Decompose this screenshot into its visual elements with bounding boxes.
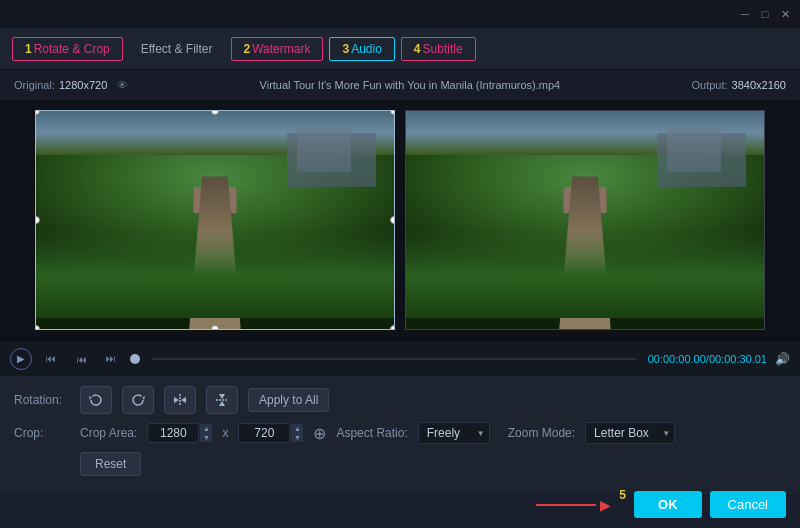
- tab-effect-filter-label: Effect & Filter: [141, 42, 213, 56]
- tree-row: [36, 231, 394, 318]
- width-input-group: ▲ ▼: [147, 423, 212, 443]
- output-resolution: 3840x2160: [732, 79, 786, 91]
- progress-scrubber[interactable]: [130, 354, 140, 364]
- original-resolution: 1280x720: [59, 79, 107, 91]
- crop-label: Crop:: [14, 426, 70, 440]
- progress-line: [152, 358, 636, 360]
- aspect-ratio-label: Aspect Ratio:: [336, 426, 407, 440]
- arrow-line: [536, 504, 596, 506]
- close-button[interactable]: ✕: [778, 7, 792, 21]
- flip-vertical-button[interactable]: [206, 386, 238, 414]
- tab-num-4: 4: [414, 42, 421, 56]
- left-preview: [35, 110, 395, 330]
- crop-handle-tr[interactable]: [390, 110, 395, 115]
- height-input[interactable]: [238, 423, 290, 443]
- zoom-mode-wrapper: Letter Box Pan & Scan Full: [585, 422, 675, 444]
- tree-row-2: [406, 231, 764, 318]
- buildings-center-2: [667, 128, 721, 172]
- skip-back-button[interactable]: ⏭: [70, 348, 92, 370]
- prev-frame-button[interactable]: ⏮: [40, 348, 62, 370]
- tab-num-1: 1: [25, 42, 32, 56]
- apply-all-button[interactable]: Apply to All: [248, 388, 329, 412]
- tab-num-3: 3: [342, 42, 349, 56]
- aspect-ratio-wrapper: Freely 16:9 4:3 1:1 Custom: [418, 422, 490, 444]
- eye-icon[interactable]: 👁: [117, 79, 128, 91]
- tab-effect-filter[interactable]: Effect & Filter: [129, 38, 225, 60]
- volume-icon[interactable]: 🔊: [775, 352, 790, 366]
- tab-watermark[interactable]: 2 Watermark: [231, 37, 324, 61]
- tab-rotate-crop-label: Rotate & Crop: [34, 42, 110, 56]
- preview-area: [0, 100, 800, 340]
- tab-num-2: 2: [244, 42, 251, 56]
- rotation-label: Rotation:: [14, 393, 70, 407]
- play-button[interactable]: ▶: [10, 348, 32, 370]
- crop-move-icon[interactable]: ⊕: [313, 424, 326, 443]
- tab-subtitle-label: Subtitle: [423, 42, 463, 56]
- minimize-button[interactable]: ─: [738, 7, 752, 21]
- arrow-indicator: ▶: [536, 497, 611, 513]
- crop-area-label: Crop Area:: [80, 426, 137, 440]
- tab-watermark-label: Watermark: [252, 42, 310, 56]
- width-up-arrow[interactable]: ▲: [200, 424, 212, 433]
- maximize-button[interactable]: □: [758, 7, 772, 21]
- crop-handle-br[interactable]: [390, 325, 395, 330]
- left-video-frame: [36, 111, 394, 329]
- zoom-mode-select[interactable]: Letter Box Pan & Scan Full: [585, 422, 675, 444]
- tab-rotate-crop[interactable]: 1 Rotate & Crop: [12, 37, 123, 61]
- tab-subtitle[interactable]: 4 Subtitle: [401, 37, 476, 61]
- info-bar: Original: 1280x720 👁 Virtual Tour It's M…: [0, 70, 800, 100]
- time-display: 00:00:00.00/00:00:30.01: [648, 353, 767, 365]
- original-label: Original:: [14, 79, 55, 91]
- rotation-row: Rotation:: [14, 386, 786, 414]
- output-label: Output:: [691, 79, 727, 91]
- time-current: 00:00:00.00: [648, 353, 706, 365]
- crop-handle-bm[interactable]: [211, 325, 219, 330]
- tab-audio-label: Audio: [351, 42, 382, 56]
- arrow-head: ▶: [600, 497, 611, 513]
- tab-audio[interactable]: 3 Audio: [329, 37, 394, 61]
- reset-button[interactable]: Reset: [80, 452, 141, 476]
- buildings-center: [297, 128, 351, 172]
- rotate-ccw-button[interactable]: [80, 386, 112, 414]
- reset-row: Reset: [14, 452, 786, 476]
- controls-bar: ▶ ⏮ ⏭ ⏭ 00:00:00.00/00:00:30.01 🔊: [0, 340, 800, 376]
- x-separator: x: [222, 426, 228, 440]
- crop-row: Crop: Crop Area: ▲ ▼ x ▲ ▼ ⊕ Aspect Rati…: [14, 422, 786, 444]
- height-down-arrow[interactable]: ▼: [291, 433, 303, 442]
- height-input-group: ▲ ▼: [238, 423, 303, 443]
- height-spinners: ▲ ▼: [291, 424, 303, 442]
- flip-horizontal-button[interactable]: [164, 386, 196, 414]
- crop-handle-bl[interactable]: [35, 325, 40, 330]
- ok-button[interactable]: OK: [634, 491, 702, 518]
- width-spinners: ▲ ▼: [200, 424, 212, 442]
- crop-handle-mr[interactable]: [390, 216, 395, 224]
- step-5-badge: 5: [619, 488, 626, 502]
- height-up-arrow[interactable]: ▲: [291, 424, 303, 433]
- skip-fwd-button[interactable]: ⏭: [100, 348, 122, 370]
- cancel-button[interactable]: Cancel: [710, 491, 786, 518]
- time-total: 00:00:30.01: [709, 353, 767, 365]
- right-video-frame: [406, 111, 764, 329]
- bottom-controls: Rotation:: [0, 376, 800, 494]
- right-preview: [405, 110, 765, 330]
- width-down-arrow[interactable]: ▼: [200, 433, 212, 442]
- tabs-row: 1 Rotate & Crop Effect & Filter 2 Waterm…: [0, 28, 800, 70]
- title-bar: ─ □ ✕: [0, 0, 800, 28]
- filename: Virtual Tour It's More Fun with You in M…: [260, 79, 561, 91]
- zoom-mode-label: Zoom Mode:: [508, 426, 575, 440]
- width-input[interactable]: [147, 423, 199, 443]
- aspect-ratio-select[interactable]: Freely 16:9 4:3 1:1 Custom: [418, 422, 490, 444]
- action-bar: ▶ 5 OK Cancel: [536, 491, 786, 518]
- rotate-cw-button[interactable]: [122, 386, 154, 414]
